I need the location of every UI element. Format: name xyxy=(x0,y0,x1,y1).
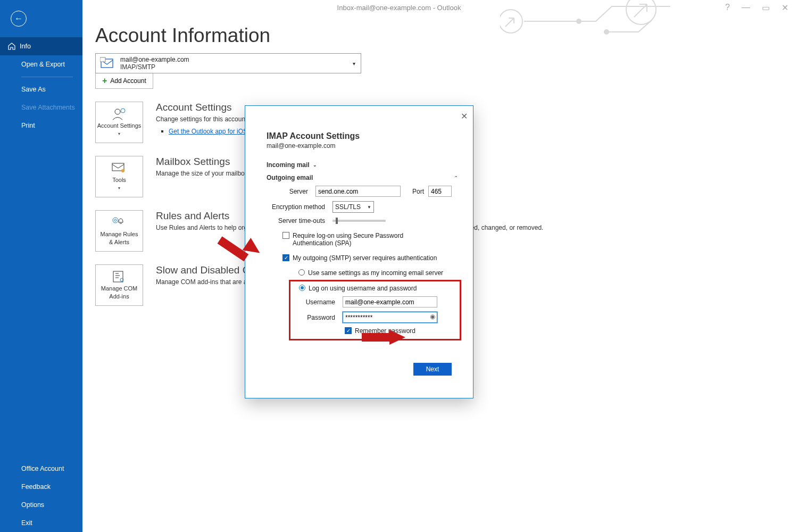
chevron-up-icon: ⌃ xyxy=(454,175,458,181)
minimize-icon[interactable]: — xyxy=(742,3,750,12)
close-icon[interactable]: ✕ xyxy=(782,3,788,13)
dialog-close-icon[interactable]: ✕ xyxy=(461,111,468,121)
chevron-down-icon: ▾ xyxy=(353,61,355,66)
remember-password-checkbox[interactable]: ✓ xyxy=(345,327,352,334)
credentials-highlight: Log on using username and password Usern… xyxy=(289,280,461,340)
logon-userpass-radio[interactable] xyxy=(299,285,305,291)
timeout-slider[interactable] xyxy=(332,220,386,222)
account-email: mail@one-example.com xyxy=(120,56,189,63)
back-button[interactable]: ← xyxy=(0,0,82,37)
sidebar-divider xyxy=(21,77,73,77)
svg-rect-5 xyxy=(100,57,105,62)
svg-point-6 xyxy=(115,109,120,114)
encryption-select[interactable]: SSL/TLS xyxy=(332,201,374,213)
imap-settings-dialog: ✕ IMAP Account Settings mail@one-example… xyxy=(245,105,473,398)
help-icon[interactable]: ? xyxy=(725,3,730,12)
server-label: Server xyxy=(267,188,311,195)
username-input[interactable] xyxy=(343,296,437,307)
manage-addins-tile[interactable]: Manage COMAdd-ins xyxy=(95,264,143,306)
chevron-down-icon: ▾ xyxy=(118,185,120,192)
svg-point-9 xyxy=(121,169,124,172)
encryption-label: Encryption method xyxy=(267,203,328,211)
dialog-email: mail@one-example.com xyxy=(267,142,452,149)
use-same-radio[interactable] xyxy=(298,269,305,276)
next-button[interactable]: Next xyxy=(413,363,452,376)
port-input[interactable] xyxy=(428,186,452,197)
back-arrow-icon: ← xyxy=(11,11,27,27)
spa-checkbox[interactable] xyxy=(282,232,289,239)
show-password-icon[interactable]: ◉ xyxy=(430,313,435,320)
use-same-label: Use same settings as my incoming email s… xyxy=(308,269,443,277)
svg-point-7 xyxy=(121,109,125,113)
svg-point-10 xyxy=(113,218,118,223)
account-dropdown[interactable]: mail@one-example.com IMAP/SMTP ▾ xyxy=(95,53,361,73)
sidebar-item-save-as[interactable]: Save As xyxy=(0,80,82,98)
page-title: Account Information xyxy=(95,24,785,47)
outgoing-email-section[interactable]: Outgoing email xyxy=(267,174,452,181)
chevron-down-icon: ▾ xyxy=(118,130,120,137)
password-input[interactable] xyxy=(343,312,437,323)
window-controls: ? — ▭ ✕ xyxy=(725,0,798,15)
sidebar-item-options[interactable]: Options xyxy=(0,496,82,514)
sidebar-item-exit[interactable]: Exit xyxy=(0,514,82,532)
manage-rules-tile[interactable]: Manage Rules& Alerts xyxy=(95,210,143,252)
port-label: Port xyxy=(412,188,424,195)
backstage-sidebar: ← Info Open & Export Save As Save Attach… xyxy=(0,0,82,532)
account-settings-tile[interactable]: Account Settings▾ xyxy=(95,102,143,143)
person-gear-icon xyxy=(111,107,127,120)
tools-tile[interactable]: Tools▾ xyxy=(95,156,143,197)
password-label: Password xyxy=(296,314,338,321)
sidebar-item-feedback[interactable]: Feedback xyxy=(0,478,82,496)
dialog-title: IMAP Account Settings xyxy=(267,131,452,141)
svg-rect-12 xyxy=(113,271,123,282)
chevron-down-icon: ⌄ xyxy=(313,162,317,168)
account-protocol: IMAP/SMTP xyxy=(120,63,189,71)
add-account-button[interactable]: + Add Account xyxy=(95,73,153,89)
sidebar-item-info[interactable]: Info xyxy=(0,37,82,55)
logon-userpass-label: Log on using username and password xyxy=(309,285,417,292)
sidebar-label: Info xyxy=(20,43,31,50)
info-home-icon xyxy=(8,43,15,50)
server-input[interactable] xyxy=(315,186,401,197)
smtp-auth-label: My outgoing (SMTP) server requires authe… xyxy=(293,254,437,262)
username-label: Username xyxy=(296,298,338,306)
window-title: Inbox-mail@one-example.com - Outlook xyxy=(0,0,798,15)
mail-account-icon xyxy=(100,56,115,70)
mailbox-tools-icon xyxy=(111,162,127,174)
plus-icon: + xyxy=(102,76,107,86)
maximize-icon[interactable]: ▭ xyxy=(762,3,770,13)
spa-label: Require log-on using Secure Password Aut… xyxy=(293,232,436,247)
svg-point-11 xyxy=(114,219,117,221)
sidebar-item-print[interactable]: Print xyxy=(0,117,82,135)
smtp-auth-checkbox[interactable]: ✓ xyxy=(282,254,289,261)
sidebar-item-open-export[interactable]: Open & Export xyxy=(0,55,82,73)
incoming-mail-section[interactable]: Incoming mail⌄ xyxy=(267,161,452,169)
sidebar-item-save-attachments: Save Attachments xyxy=(0,98,82,117)
sidebar-item-office-account[interactable]: Office Account xyxy=(0,460,82,478)
rules-bell-icon xyxy=(111,216,127,229)
timeouts-label: Server time-outs xyxy=(267,217,328,225)
addins-icon xyxy=(111,270,127,283)
